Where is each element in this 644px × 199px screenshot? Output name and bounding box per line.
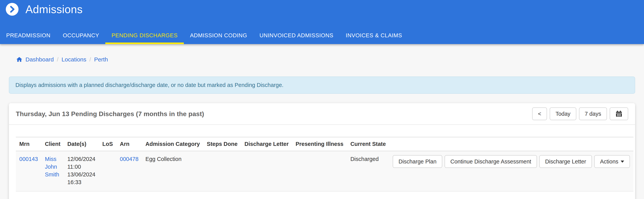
actions-dropdown-label: Actions [600,158,618,165]
tab-preadmission[interactable]: PREADMISSION [0,32,57,44]
calendar-button[interactable] [610,107,628,120]
actions-dropdown-button[interactable]: Actions [594,155,630,168]
tab-occupancy[interactable]: OCCUPANCY [57,32,106,44]
table-row: 000143 Miss John Smith 12/06/2024 11:00 … [16,151,634,191]
column-header-steps-done: Steps Done [203,137,241,151]
table-header-row: Mrn Client Date(s) LoS Arn Admission Cat… [16,137,634,151]
tab-pending-discharges[interactable]: PENDING DISCHARGES [105,32,184,44]
tab-uninvoiced-admissions[interactable]: UNINVOICED ADMISSIONS [253,32,340,44]
date-start: 12/06/2024 11:00 [67,155,95,171]
breadcrumb-dashboard[interactable]: Dashboard [26,56,54,63]
breadcrumb: Dashboard / Locations / Perth [16,56,635,63]
admission-category-cell: Egg Collection [142,151,203,191]
info-alert: Displays admissions with a planned disch… [9,77,635,94]
column-header-actions [389,137,634,151]
brand: Admissions [0,0,644,16]
pending-discharges-table: Mrn Client Date(s) LoS Arn Admission Cat… [16,137,634,191]
panel-header: Thursday, Jun 13 Pending Discharges (7 m… [9,103,635,125]
pending-discharges-panel: Thursday, Jun 13 Pending Discharges (7 m… [9,103,635,199]
app-header: Admissions PREADMISSION OCCUPANCY PENDIN… [0,0,644,44]
client-cell: Miss John Smith [42,151,64,191]
column-header-arn: Arn [116,137,142,151]
steps-done-cell [203,151,241,191]
page-title: Admissions [26,3,82,16]
column-header-admission-category: Admission Category [142,137,203,151]
continue-discharge-assessment-button[interactable]: Continue Discharge Assessment [444,155,537,168]
today-button[interactable]: Today [550,107,576,120]
panel-bottom-spacer [16,191,628,199]
current-state-cell: Discharged [347,151,390,191]
row-actions-cell: Discharge Plan Continue Discharge Assess… [389,151,634,191]
breadcrumb-separator: / [90,56,91,63]
calendar-icon [616,110,622,117]
dates-cell: 12/06/2024 11:00 13/06/2024 16:33 [64,151,99,191]
previous-button[interactable]: < [532,107,547,120]
breadcrumb-perth[interactable]: Perth [94,56,108,63]
breadcrumb-separator: / [57,56,58,63]
column-header-presenting-illness: Presenting Illness [292,137,347,151]
column-header-los: LoS [99,137,116,151]
panel-body: Mrn Client Date(s) LoS Arn Admission Cat… [9,125,635,199]
tab-invoices-claims[interactable]: INVOICES & CLAIMS [340,32,408,44]
column-header-mrn: Mrn [16,137,42,151]
column-header-current-state: Current State [347,137,390,151]
discharge-letter-cell [241,151,292,191]
column-header-discharge-letter: Discharge Letter [241,137,292,151]
los-cell [99,151,116,191]
arn-cell: 000478 [116,151,142,191]
breadcrumb-locations[interactable]: Locations [62,56,86,63]
mrn-link[interactable]: 000143 [19,156,38,162]
seven-days-button[interactable]: 7 days [579,107,607,120]
tab-bar: PREADMISSION OCCUPANCY PENDING DISCHARGE… [0,32,408,44]
home-icon[interactable] [16,56,22,63]
discharge-plan-button[interactable]: Discharge Plan [393,155,442,168]
page: Admissions PREADMISSION OCCUPANCY PENDIN… [0,0,644,199]
arn-link[interactable]: 000478 [120,156,138,162]
chevron-down-icon [621,160,624,163]
date-toolbar: < Today 7 days [532,107,628,120]
mrn-cell: 000143 [16,151,42,191]
column-header-dates: Date(s) [64,137,99,151]
column-header-client: Client [42,137,64,151]
chevron-right-circle-icon [6,3,18,16]
presenting-illness-cell [292,151,347,191]
discharge-letter-button[interactable]: Discharge Letter [539,155,592,168]
panel-title: Thursday, Jun 13 Pending Discharges (7 m… [16,110,204,118]
tab-admission-coding[interactable]: ADMISSION CODING [184,32,253,44]
client-link[interactable]: Miss John Smith [45,156,59,177]
date-end: 13/06/2024 16:33 [67,171,95,186]
